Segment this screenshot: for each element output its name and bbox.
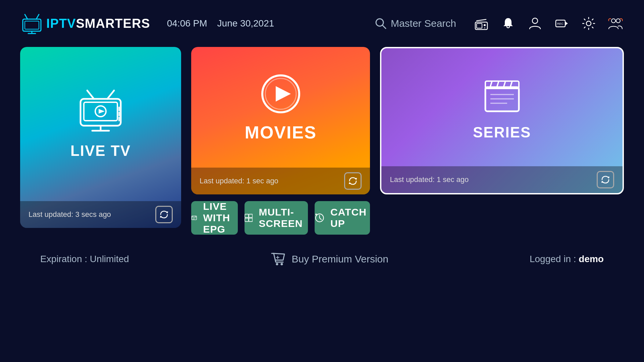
multiscreen-label: MULTI-SCREEN (259, 206, 308, 229)
series-last-updated: Last updated: 1 sec ago (390, 175, 469, 184)
svg-rect-45 (249, 214, 253, 218)
svg-marker-16 (565, 21, 568, 25)
search-label: Master Search (391, 18, 456, 29)
svg-point-19 (616, 19, 620, 23)
catchup-button[interactable]: CATCH UP (315, 201, 370, 235)
movies-last-updated: Last updated: 1 sec ago (200, 177, 278, 185)
record-icon: REC (554, 16, 569, 31)
bell-icon (501, 16, 516, 31)
user-icon-btn[interactable] (527, 15, 543, 32)
svg-point-61 (280, 263, 283, 265)
buy-premium-label: Buy Premium Version (292, 253, 388, 265)
movies-play-icon (259, 72, 303, 116)
refresh-icon (348, 176, 358, 186)
master-search[interactable]: Master Search (375, 17, 456, 29)
epg-button[interactable]: LIVE WITH EPG (191, 201, 238, 235)
svg-point-17 (586, 21, 591, 26)
svg-point-60 (276, 263, 278, 265)
catchup-icon (315, 211, 324, 225)
datetime: 04:06 PM June 30,2021 (167, 18, 274, 29)
main-content: LIVE TV Last updated: 3 secs ago (0, 47, 644, 235)
time-display: 04:06 PM (167, 18, 207, 29)
radio-icon (474, 16, 489, 31)
refresh-icon (159, 209, 169, 220)
header-icons: REC (473, 15, 624, 32)
live-tv-last-updated: Last updated: 3 secs ago (29, 210, 111, 219)
svg-rect-46 (245, 218, 249, 222)
live-tv-icon (74, 89, 127, 136)
action-buttons-row: LIVE WITH EPG MULTI-SCREEN CA (191, 201, 370, 235)
series-card[interactable]: SERIES Last updated: 1 sec ago (380, 47, 624, 194)
live-tv-card[interactable]: LIVE TV Last updated: 3 secs ago (20, 47, 181, 228)
logged-in-user: demo (579, 254, 604, 264)
date-display: June 30,2021 (217, 18, 274, 29)
iptv-logo-icon (20, 12, 44, 35)
series-footer: Last updated: 1 sec ago (381, 166, 623, 193)
live-tv-title: LIVE TV (70, 142, 131, 159)
logged-in-info: Logged in : demo (530, 254, 604, 264)
svg-marker-25 (99, 109, 105, 114)
series-clapper-icon (480, 74, 524, 117)
multiscreen-icon (245, 211, 253, 225)
svg-line-12 (477, 19, 486, 21)
live-tv-icon-area: LIVE TV (20, 47, 181, 201)
series-icon-area: SERIES (381, 48, 623, 166)
epg-label: LIVE WITH EPG (203, 201, 237, 235)
svg-rect-9 (477, 23, 482, 28)
refresh-icon (600, 175, 610, 185)
movies-refresh-btn[interactable] (344, 172, 362, 190)
buy-premium-btn[interactable]: Buy Premium Version (270, 251, 388, 267)
multiuser-icon-btn[interactable] (607, 15, 624, 32)
notification-icon-btn[interactable] (500, 15, 517, 32)
movies-card[interactable]: MOVIES Last updated: 1 sec ago (191, 47, 370, 194)
series-refresh-btn[interactable] (597, 171, 614, 188)
svg-rect-44 (245, 214, 249, 218)
svg-point-10 (484, 24, 486, 26)
svg-point-18 (611, 19, 615, 23)
expiration-text: Expiration : Unlimited (40, 254, 129, 264)
footer: Expiration : Unlimited Buy Premium Versi… (0, 241, 644, 277)
header: IPTVSMARTERS 04:06 PM June 30,2021 Maste… (0, 0, 644, 47)
svg-point-11 (484, 27, 485, 28)
svg-line-21 (107, 90, 114, 99)
svg-text:REC: REC (557, 22, 564, 25)
svg-line-3 (36, 14, 39, 19)
logged-in-label: Logged in : (530, 254, 579, 264)
series-title: SERIES (473, 124, 531, 141)
live-tv-footer: Last updated: 3 secs ago (20, 201, 181, 228)
logo-text: IPTVSMARTERS (46, 16, 150, 31)
multiscreen-button[interactable]: MULTI-SCREEN (245, 201, 308, 235)
search-icon (375, 17, 387, 29)
svg-line-20 (87, 90, 94, 99)
svg-point-13 (532, 18, 538, 23)
user-icon (528, 16, 542, 31)
svg-line-7 (382, 25, 386, 28)
svg-line-2 (25, 14, 28, 19)
logo-area: IPTVSMARTERS (20, 12, 150, 35)
svg-rect-1 (25, 21, 39, 29)
movies-footer: Last updated: 1 sec ago (191, 168, 370, 194)
live-tv-refresh-btn[interactable] (155, 206, 173, 223)
radio-icon-btn[interactable] (473, 15, 490, 32)
movies-title: MOVIES (245, 122, 317, 142)
svg-rect-47 (249, 218, 253, 222)
epg-icon (191, 211, 197, 225)
right-column: SERIES Last updated: 1 sec ago (380, 47, 624, 235)
center-column: MOVIES Last updated: 1 sec ago (191, 47, 370, 235)
movies-icon-area: MOVIES (191, 47, 370, 168)
catchup-label: CATCH UP (330, 206, 370, 229)
multiuser-icon (608, 16, 623, 31)
settings-icon-btn[interactable] (580, 15, 597, 32)
svg-marker-35 (276, 86, 291, 102)
settings-icon (581, 16, 596, 31)
cart-icon (270, 251, 286, 267)
record-icon-btn[interactable]: REC (553, 15, 570, 32)
